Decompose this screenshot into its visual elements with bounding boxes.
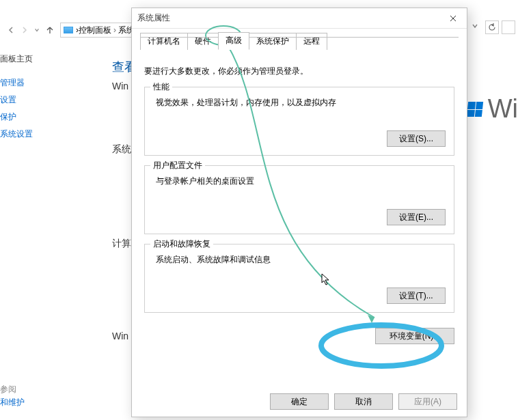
user-profiles-settings-button[interactable]: 设置(E)...	[387, 209, 446, 225]
tab-advanced[interactable]: 高级	[218, 32, 249, 50]
nav-history-icon[interactable]	[33, 26, 41, 34]
tab-strip: 计算机名 硬件 高级 系统保护 远程	[140, 33, 467, 49]
windows-wordmark: Wi	[488, 94, 518, 124]
group-desc: 视觉效果，处理器计划，内存使用，以及虚拟内存	[156, 97, 446, 109]
dialog-button-row: 确定 取消 应用(A)	[270, 393, 457, 410]
sidebar-bottom-heading: 参阅	[0, 384, 16, 394]
group-title: 性能	[150, 81, 172, 93]
nav-back-icon[interactable]	[7, 26, 15, 34]
nav-up-icon[interactable]	[45, 25, 55, 35]
apply-button[interactable]: 应用(A)	[398, 393, 457, 410]
sidebar-link-protection[interactable]: 保护	[0, 109, 48, 126]
group-desc: 系统启动、系统故障和调试信息	[156, 254, 446, 266]
windows-flag-icon	[467, 102, 483, 117]
group-desc: 与登录帐户相关的桌面设置	[156, 176, 446, 187]
sidebar: 面板主页 管理器 设置 保护 系统设置	[0, 53, 48, 143]
dialog-title-bar[interactable]: 系统属性	[132, 8, 467, 29]
windows-logo: Wi	[467, 94, 518, 124]
system-properties-dialog: 系统属性 计算机名 硬件 高级 系统保护 远程 要进行大多数更改，你必须作为管理…	[131, 8, 467, 417]
tab-hardware[interactable]: 硬件	[187, 33, 219, 50]
sidebar-link-system-settings[interactable]: 系统设置	[0, 126, 48, 143]
sidebar-link-settings[interactable]: 设置	[0, 92, 48, 109]
sidebar-heading: 面板主页	[0, 54, 33, 64]
behind-text: 系统	[112, 143, 131, 156]
startup-recovery-settings-button[interactable]: 设置(T)...	[387, 288, 446, 304]
group-startup-recovery: 启动和故障恢复 系统启动、系统故障和调试信息 设置(T)...	[144, 244, 454, 313]
tab-underline	[140, 37, 459, 38]
tab-remote[interactable]: 远程	[296, 33, 327, 50]
behind-text: 计算	[112, 238, 131, 250]
dialog-intro-text: 要进行大多数更改，你必须作为管理员登录。	[144, 66, 454, 77]
address-bar[interactable]: › 控制面板 › 系统	[60, 23, 135, 38]
performance-settings-button[interactable]: 设置(S)...	[387, 130, 446, 147]
cancel-button[interactable]: 取消	[334, 393, 393, 410]
address-dropdown-icon[interactable]	[472, 22, 480, 30]
sidebar-bottom-link[interactable]: 和维护	[0, 395, 25, 410]
nav-forward-icon[interactable]	[21, 26, 29, 34]
sidebar-bottom: 参阅 和维护	[0, 384, 25, 410]
path-sep: ›	[113, 25, 116, 35]
refresh-button[interactable]	[485, 20, 499, 34]
close-icon[interactable]	[441, 11, 465, 26]
tab-computer-name[interactable]: 计算机名	[140, 33, 188, 50]
ok-button[interactable]: 确定	[270, 393, 329, 410]
tab-system-protection[interactable]: 系统保护	[249, 33, 297, 50]
behind-text: Win	[112, 331, 128, 341]
group-title: 用户配置文件	[150, 160, 205, 171]
environment-variables-button[interactable]: 环境变量(N)...	[375, 328, 454, 344]
sidebar-link-manager[interactable]: 管理器	[0, 74, 48, 92]
this-pc-icon	[64, 27, 73, 33]
group-title: 启动和故障恢复	[150, 238, 213, 250]
group-performance: 性能 视觉效果，处理器计划，内存使用，以及虚拟内存 设置(S)...	[144, 87, 454, 156]
path-item-control-panel[interactable]: 控制面板	[79, 25, 111, 36]
behind-text: Win	[112, 81, 128, 92]
dialog-title: 系统属性	[137, 12, 441, 24]
group-user-profiles: 用户配置文件 与登录帐户相关的桌面设置 设置(E)...	[144, 165, 454, 234]
search-box-stub[interactable]	[502, 20, 515, 34]
